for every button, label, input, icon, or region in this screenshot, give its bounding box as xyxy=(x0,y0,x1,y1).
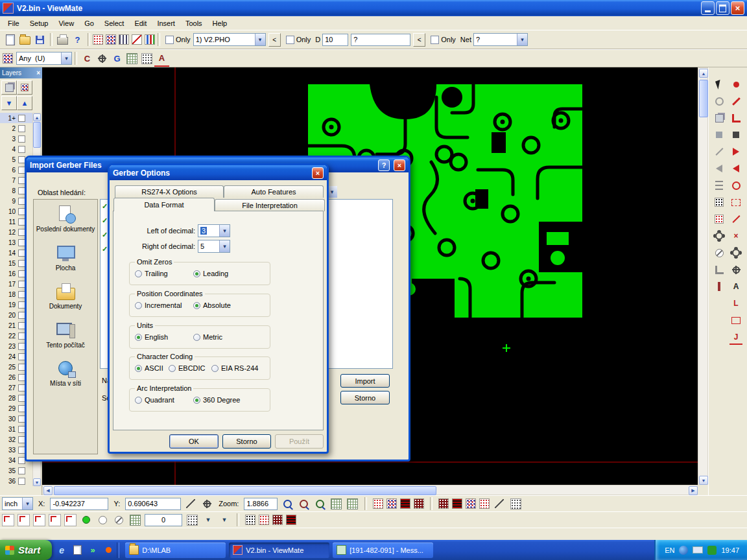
vertical-scrollbar[interactable]: ▲ ▼ xyxy=(698,67,708,485)
radio-icon[interactable] xyxy=(193,270,200,277)
dcode-value-field[interactable]: 10 xyxy=(322,34,348,46)
draw-rect-icon[interactable] xyxy=(729,196,742,209)
snap-grid-icon[interactable] xyxy=(185,513,198,526)
only-layer-checkbox[interactable] xyxy=(165,36,174,44)
select-text-tool-icon[interactable]: A xyxy=(154,51,169,67)
place-recent-documents[interactable]: Poslední dokumenty xyxy=(34,200,97,239)
save-icon[interactable] xyxy=(32,32,47,47)
horizontal-scroll-thumb[interactable] xyxy=(54,486,436,495)
delete-icon[interactable]: × xyxy=(729,229,742,242)
zoom-window-icon[interactable] xyxy=(297,497,310,510)
layer-swatch[interactable] xyxy=(18,115,25,122)
display-mode-icon-2[interactable] xyxy=(386,498,397,509)
ie-quicklaunch-icon[interactable]: e xyxy=(56,544,67,556)
layer-combo[interactable]: 1) V2.PHO ▾ xyxy=(193,33,266,46)
circle-slash-icon[interactable] xyxy=(112,513,125,526)
start-button[interactable]: Start xyxy=(0,540,52,560)
ok-button[interactable]: OK xyxy=(169,434,219,449)
layer-stackup-icon[interactable] xyxy=(1,80,17,95)
layer-view-icon-3[interactable] xyxy=(466,498,476,509)
fill-tool-icon[interactable] xyxy=(713,128,726,141)
import-dialog-close-icon[interactable]: × xyxy=(394,159,405,171)
radio-option-ebcdic[interactable]: EBCDIC xyxy=(169,364,206,372)
selection-filter-icon[interactable] xyxy=(3,53,13,64)
place-desktop[interactable]: Plocha xyxy=(34,239,97,277)
horizontal-scrollbar[interactable]: ◀ ▶ xyxy=(42,485,698,495)
radio-option-absolute[interactable]: Absolute xyxy=(193,301,231,309)
menu-item[interactable]: Insert xyxy=(152,18,180,29)
grid-snap-icon[interactable] xyxy=(346,497,359,510)
layer-swatch[interactable] xyxy=(18,146,25,153)
radio-option-incremental[interactable]: Incremental xyxy=(135,301,182,309)
text-l-icon[interactable]: L xyxy=(729,297,742,310)
tray-language-icon[interactable] xyxy=(679,546,688,555)
tab-rs274x-options[interactable]: RS274-X Options xyxy=(115,185,224,198)
vertical-scroll-thumb[interactable] xyxy=(699,80,708,117)
draw-triangle-icon[interactable] xyxy=(729,145,742,158)
aperture-pattern-icon[interactable] xyxy=(93,34,103,45)
layer-colors-icon[interactable] xyxy=(17,80,32,95)
slant-icon[interactable] xyxy=(493,497,506,510)
chart-icon[interactable] xyxy=(145,34,155,45)
ruler-corner-icon-1[interactable] xyxy=(2,514,14,526)
circle-tool-icon[interactable] xyxy=(96,513,109,526)
print-icon[interactable] xyxy=(55,32,70,47)
draw-line-icon[interactable] xyxy=(729,95,742,108)
radio-icon[interactable] xyxy=(135,270,142,277)
radio-icon[interactable] xyxy=(169,365,176,372)
pattern-icon-4[interactable] xyxy=(286,515,296,525)
text-j-icon[interactable]: J xyxy=(729,331,742,345)
pointer-tool-icon[interactable] xyxy=(713,78,726,91)
menu-item[interactable]: Edit xyxy=(129,18,152,29)
layer-row[interactable]: 4 xyxy=(0,144,32,154)
open-file-icon[interactable] xyxy=(18,32,32,47)
show-desktop-icon[interactable] xyxy=(71,544,83,556)
slant-measure-icon[interactable] xyxy=(132,34,142,45)
select-grid-tool-icon[interactable] xyxy=(124,51,139,66)
only-net-checkbox-group[interactable]: Only xyxy=(431,36,456,44)
radio-icon[interactable] xyxy=(193,334,200,341)
measure-icon[interactable] xyxy=(184,497,197,510)
layer-view-icon-2[interactable] xyxy=(452,498,462,509)
scroll-right-icon[interactable]: ▶ xyxy=(689,486,698,495)
radio-option-metric[interactable]: Metric xyxy=(193,333,222,341)
only-dcode-checkbox-group[interactable]: Only xyxy=(286,36,311,44)
pattern-tool-icon[interactable] xyxy=(713,213,726,226)
place-my-network[interactable]: Místa v síti xyxy=(34,354,97,393)
dropdown-icon[interactable]: ▾ xyxy=(219,240,230,252)
layer-down-icon[interactable]: ▼ xyxy=(1,96,17,110)
pattern-icon-1[interactable] xyxy=(245,515,255,525)
text-a-icon[interactable]: A xyxy=(729,280,742,293)
align-tool-icon[interactable] xyxy=(713,179,726,192)
layers-scroll-thumb[interactable] xyxy=(33,122,41,148)
only-net-checkbox[interactable] xyxy=(431,36,439,44)
drop-anchor-icon-2[interactable]: ▼ xyxy=(218,513,231,526)
radio-icon[interactable] xyxy=(135,397,142,404)
dcode-highlight-icon[interactable] xyxy=(106,34,116,45)
menu-item[interactable]: Go xyxy=(79,18,99,29)
radio-option-360-degree[interactable]: 360 Degree xyxy=(193,396,241,404)
draw-polyline-icon[interactable] xyxy=(729,213,742,226)
layers-scroll-up-icon[interactable]: ▲ xyxy=(33,113,41,121)
radio-icon[interactable] xyxy=(193,397,200,404)
scroll-down-icon[interactable]: ▼ xyxy=(699,476,708,485)
right-of-decimal-combo[interactable]: 5 ▾ xyxy=(198,240,230,253)
zoom-fit-icon[interactable] xyxy=(313,497,326,510)
cancel-button[interactable]: Storno xyxy=(222,434,271,449)
layer-row[interactable]: 35 xyxy=(0,465,32,476)
radio-option-ascii[interactable]: ASCII xyxy=(135,364,163,372)
emule-quicklaunch-icon[interactable]: » xyxy=(87,544,99,556)
selection-mode-combo[interactable]: Any (U) ▾ xyxy=(16,52,72,65)
net-combo[interactable]: ? ▾ xyxy=(473,33,528,46)
menu-item[interactable]: Select xyxy=(99,18,130,29)
select-group-tool-icon[interactable]: G xyxy=(110,51,124,66)
mirror-icon[interactable] xyxy=(729,162,742,175)
display-mode-icon-4[interactable] xyxy=(414,498,424,509)
hatch-tool-icon[interactable] xyxy=(713,196,726,209)
taskbar-task-mlab[interactable]: D:\MLAB xyxy=(125,542,226,558)
ruler-corner-icon-5[interactable] xyxy=(64,514,77,526)
bar-tool-icon[interactable] xyxy=(713,280,726,293)
layer-view-icon-1[interactable] xyxy=(438,498,449,509)
only-layer-checkbox-group[interactable]: Only xyxy=(165,36,191,44)
language-indicator[interactable]: EN xyxy=(665,546,674,554)
